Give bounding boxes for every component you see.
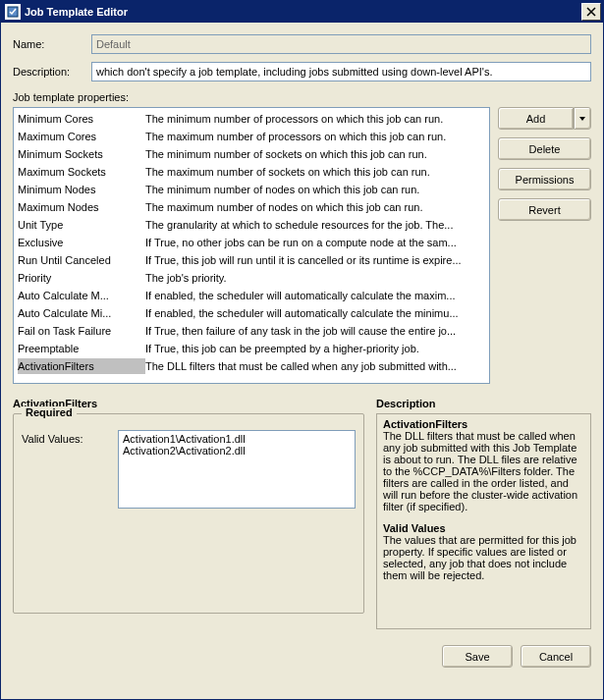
property-desc: If enabled, the scheduler will automatic… — [145, 288, 485, 303]
chevron-down-icon — [579, 117, 585, 121]
revert-button[interactable]: Revert — [498, 198, 591, 221]
property-desc: The granularity at which to schedule res… — [145, 217, 485, 233]
property-row[interactable]: Minimum SocketsThe minimum number of soc… — [16, 145, 487, 163]
property-row[interactable]: PreemptableIf True, this job can be pree… — [16, 340, 487, 357]
property-desc: If True, this job can be preempted by a … — [145, 341, 485, 356]
add-button[interactable]: Add — [498, 107, 574, 130]
property-name: Auto Calculate M... — [18, 288, 145, 303]
property-name: Priority — [18, 270, 145, 286]
property-desc: The minimum number of sockets on which t… — [145, 146, 485, 162]
property-desc: The maximum number of processors on whic… — [145, 129, 485, 144]
name-input[interactable] — [91, 34, 591, 54]
property-name: ActivationFilters — [18, 358, 145, 374]
property-name: Preemptable — [18, 341, 145, 356]
property-row[interactable]: Maximum SocketsThe maximum number of soc… — [16, 163, 487, 181]
delete-button[interactable]: Delete — [498, 137, 591, 160]
description-box: ActivationFilters The DLL filters that m… — [376, 413, 591, 629]
property-desc: The maximum number of sockets on which t… — [145, 164, 485, 180]
property-name: Auto Calculate Mi... — [18, 305, 145, 321]
property-desc: The minimum number of nodes on which thi… — [145, 182, 485, 197]
property-desc: If True, no other jobs can be run on a c… — [145, 235, 485, 250]
desc-title-2: Valid Values — [383, 522, 446, 534]
property-name: Run Until Canceled — [18, 252, 145, 268]
property-name: Maximum Cores — [18, 129, 145, 144]
property-name: Unit Type — [18, 217, 145, 233]
description-label: Description: — [13, 66, 91, 78]
required-group: Required Valid Values: — [13, 413, 364, 614]
property-row[interactable]: ActivationFiltersThe DLL filters that mu… — [16, 357, 487, 375]
description-heading: Description — [376, 398, 591, 409]
property-row[interactable]: Minimum CoresThe minimum number of proce… — [16, 110, 487, 128]
property-name: Maximum Sockets — [18, 164, 145, 180]
property-name: Minimum Cores — [18, 111, 145, 127]
property-desc: If enabled, the scheduler will automatic… — [145, 305, 485, 321]
property-desc: If True, then failure of any task in the… — [145, 323, 485, 339]
desc-body-2: The values that are permitted for this j… — [383, 534, 577, 581]
close-button[interactable] — [581, 3, 601, 21]
property-name: Exclusive — [18, 235, 145, 250]
property-name: Minimum Nodes — [18, 182, 145, 197]
desc-body-1: The DLL filters that must be called when… — [383, 430, 577, 512]
property-name: Fail on Task Failure — [18, 323, 145, 339]
property-row[interactable]: Unit TypeThe granularity at which to sch… — [16, 216, 487, 234]
property-row[interactable]: Auto Calculate Mi...If enabled, the sche… — [16, 304, 487, 322]
valid-values-input[interactable] — [118, 430, 356, 509]
property-row[interactable]: Fail on Task FailureIf True, then failur… — [16, 322, 487, 340]
property-name: Minimum Sockets — [18, 146, 145, 162]
add-button-split[interactable]: Add — [498, 107, 591, 130]
property-row[interactable]: Auto Calculate M...If enabled, the sched… — [16, 287, 487, 304]
property-row[interactable]: Minimum NodesThe minimum number of nodes… — [16, 181, 487, 198]
property-row[interactable]: Run Until CanceledIf True, this job will… — [16, 251, 487, 269]
property-row[interactable]: Maximum NodesThe maximum number of nodes… — [16, 198, 487, 216]
cancel-button[interactable]: Cancel — [521, 645, 591, 668]
save-button[interactable]: Save — [442, 645, 513, 668]
add-dropdown[interactable] — [574, 107, 591, 130]
property-row[interactable]: ExclusiveIf True, no other jobs can be r… — [16, 234, 487, 251]
property-desc: The DLL filters that must be called when… — [145, 358, 485, 374]
property-name: Maximum Nodes — [18, 199, 145, 215]
required-legend: Required — [22, 406, 77, 418]
property-desc: If True, this job will run until it is c… — [145, 252, 485, 268]
property-row[interactable]: Maximum CoresThe maximum number of proce… — [16, 128, 487, 145]
valid-values-label: Valid Values: — [22, 430, 110, 445]
property-desc: The maximum number of nodes on which thi… — [145, 199, 485, 215]
window-title: Job Template Editor — [25, 6, 581, 18]
property-desc: The job's priority. — [145, 270, 485, 286]
description-input[interactable] — [91, 62, 591, 81]
permissions-button[interactable]: Permissions — [498, 168, 591, 190]
app-icon — [5, 4, 21, 20]
properties-list[interactable]: Minimum CoresThe minimum number of proce… — [13, 107, 490, 384]
properties-label: Job template properties: — [13, 91, 591, 103]
property-desc: The minimum number of processors on whic… — [145, 111, 485, 127]
name-label: Name: — [13, 38, 91, 50]
desc-title-1: ActivationFilters — [383, 418, 467, 430]
title-bar: Job Template Editor — [1, 1, 603, 23]
property-row[interactable]: PriorityThe job's priority. — [16, 269, 487, 287]
